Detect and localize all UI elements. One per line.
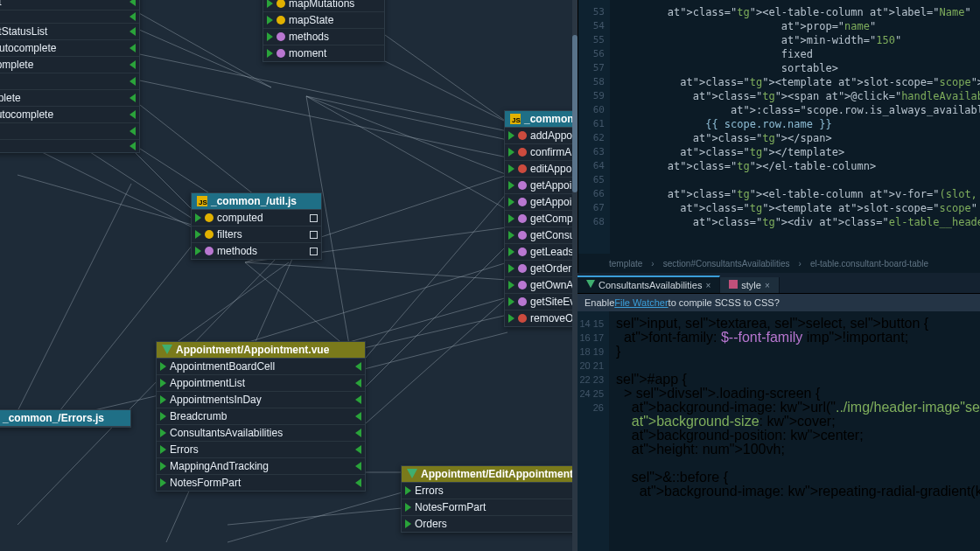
arrow-in-icon [160,362,166,371]
arrow-out-icon[interactable] [130,27,136,36]
node-member[interactable]: NotesFormPart [157,475,365,491]
member-kind-dot [518,214,527,223]
node-member[interactable]: Errors [402,483,601,499]
node-member[interactable]: Autocomplete [0,57,139,73]
arrow-in-icon [508,198,514,206]
node-imports[interactable]: mapMutationsmapStatemethodsmoment [262,0,385,62]
node-member[interactable]: methods [263,29,384,45]
node-member[interactable] [0,140,139,152]
node-member[interactable]: Breadcrumb [157,408,365,425]
arrow-out-icon[interactable] [355,429,361,437]
member-kind-dot [518,198,527,206]
node-member[interactable]: moment [263,45,384,61]
tab-style[interactable]: style × [720,277,779,293]
output-port-icon[interactable] [310,231,318,239]
close-icon[interactable]: × [765,281,770,290]
node-member[interactable]: computed [192,210,321,227]
arrow-out-icon[interactable] [355,395,361,404]
arrow-out-icon[interactable] [130,142,136,150]
member-label: entsAutocomplete [0,108,53,121]
node-member[interactable]: AppointmentBoardCell [157,359,365,375]
node-member[interactable]: NotesFormPart [402,499,601,516]
svg-marker-40 [407,469,417,478]
arrow-out-icon[interactable] [130,127,136,136]
member-label: filters [217,228,242,241]
svg-line-15 [245,262,508,280]
node-member[interactable]: tations [0,123,139,140]
arrow-out-icon[interactable] [355,445,361,454]
node-member[interactable] [0,10,139,24]
file-watcher-link[interactable]: File Watcher [614,297,668,308]
node-member[interactable]: methods [192,243,321,259]
editor-breadcrumb[interactable]: template› section#ConsultantsAvailabilit… [609,255,980,271]
node-errors-js[interactable]: JS_common_/Errors.js [0,409,131,428]
member-kind-dot [276,32,285,41]
node-title: Appointment/EditAppointment.vue [421,468,594,480]
node-member[interactable]: ConsultantsAvailabilities [157,425,365,442]
arrow-in-icon [160,379,166,387]
arrow-out-icon[interactable] [130,94,136,102]
tab-consultants-availabilities[interactable]: ConsultantsAvailabilities × [578,276,720,293]
arrow-out-icon[interactable] [355,478,361,487]
arrow-out-icon[interactable] [355,379,361,387]
svg-line-10 [306,96,508,140]
member-label: Breadcrumb [170,410,227,422]
arrow-out-icon[interactable] [130,44,136,52]
node-member[interactable]: Orders [402,516,601,532]
vue-file-icon [407,469,417,479]
member-kind-dot [205,213,214,222]
code-top[interactable]: at">class="tg"><el-table-column at">labe… [610,0,980,254]
arrow-in-icon [508,148,514,157]
node-member[interactable]: s [0,73,139,90]
node-member[interactable]: entsAutocomplete [0,107,139,123]
member-label: addAppoi [530,129,575,142]
member-kind-dot [518,264,527,273]
arrow-in-icon [405,503,411,512]
svg-line-18 [166,262,289,350]
svg-line-4 [18,140,192,227]
node-member[interactable]: Errors [157,442,365,458]
member-label: confirmA [530,146,571,158]
arrow-out-icon[interactable] [130,77,136,86]
node-member[interactable]: filters [192,227,321,243]
node-util-js[interactable]: JS_common_/util.js computedfiltersmethod… [191,192,322,260]
crumb-segment[interactable]: template [609,259,642,269]
js-file-icon: JS [510,114,521,124]
arrow-out-icon[interactable] [130,12,136,21]
line-gutter-top: 53 54 55 56 57 58 59 60 61 62 63 64 65 6… [578,0,610,254]
node-title: _common_/util.js [211,195,297,207]
editor-tabbar[interactable]: ConsultantsAvailabilities × style × [578,273,980,294]
node-member[interactable]: mapMutations [263,0,384,12]
file-watcher-banner[interactable]: Enable File Watcher to compile SCSS to C… [578,294,980,311]
arrow-out-icon[interactable] [130,60,136,69]
node-member[interactable]: tocomplete [0,90,139,107]
member-label: methods [217,245,257,257]
member-kind-dot [205,230,214,239]
node-member[interactable]: AppointmentList [157,375,365,392]
arrow-out-icon[interactable] [130,0,136,6]
close-icon[interactable]: × [705,281,710,290]
banner-text: Enable [584,297,614,308]
arrow-out-icon[interactable] [130,110,136,119]
node-member[interactable]: MappingAndTracking [157,458,365,475]
node-appointment-vue[interactable]: Appointment/Appointment.vue AppointmentB… [156,341,366,492]
crumb-segment[interactable]: section#ConsultantsAvailabilities [663,259,790,269]
node-member[interactable]: tantsAutocomplete [0,40,139,57]
member-label: NotesFormPart [170,477,241,489]
output-port-icon[interactable] [310,248,318,255]
node-member[interactable]: mapState [263,12,384,29]
node-title: Appointment/Appointment.vue [176,344,329,356]
member-label: tocomplete [0,92,21,104]
node-member[interactable]: ntment [0,0,139,10]
crumb-segment[interactable]: el-table.consultant-board-table [810,259,928,269]
output-port-icon[interactable] [310,214,318,222]
code-bottom[interactable]: sel">input, sel">textarea, sel">select, … [609,311,980,551]
node-member[interactable]: AppointmentsInDay [157,392,365,408]
arrow-out-icon[interactable] [355,362,361,371]
dependency-graph-pane[interactable]: ntmentntmentStatusListtantsAutocompleteA… [0,0,578,551]
arrow-out-icon[interactable] [355,462,361,471]
node-partial-top-left[interactable]: ntmentntmentStatusListtantsAutocompleteA… [0,0,140,153]
node-member[interactable]: ntmentStatusList [0,24,139,40]
member-kind-dot [276,49,285,58]
arrow-out-icon[interactable] [355,412,361,421]
